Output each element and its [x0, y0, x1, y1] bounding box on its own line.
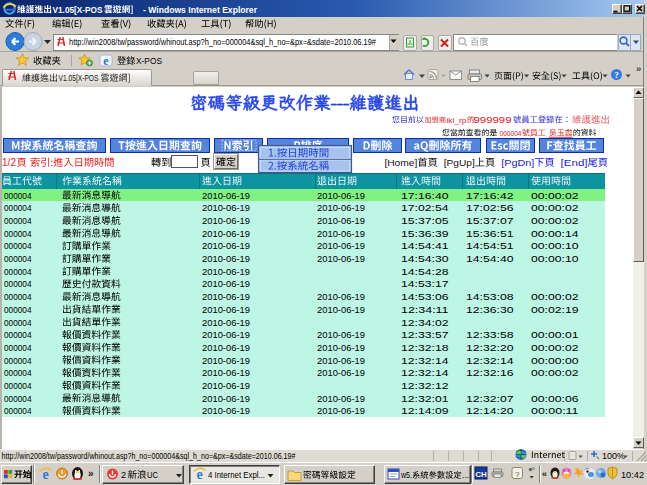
svg-text:X-POS: X-POS	[136, 56, 162, 66]
svg-text:V1.05[X-POS: V1.05[X-POS	[59, 73, 99, 83]
svg-text:2010-06-19: 2010-06-19	[202, 229, 250, 239]
svg-text:?: ?	[614, 70, 618, 80]
svg-text:12:32:20: 12:32:20	[466, 343, 514, 353]
svg-text:http://win2008/tw/password/whi: http://win2008/tw/password/whinout.asp?h…	[2, 452, 296, 461]
svg-text:[PgDn]: [PgDn]	[501, 157, 534, 168]
svg-text:15:36:39: 15:36:39	[401, 229, 449, 239]
svg-text:12:34:11: 12:34:11	[401, 305, 449, 315]
svg-text:2010-06-19: 2010-06-19	[202, 330, 250, 340]
svg-text:12:32:18: 12:32:18	[401, 343, 449, 353]
svg-text:12:32:14: 12:32:14	[466, 356, 514, 366]
svg-text:UC: UC	[147, 470, 158, 480]
svg-text:00:00:14: 00:00:14	[531, 229, 579, 239]
svg-text:2010-06-19: 2010-06-19	[317, 305, 365, 315]
svg-text:2010-06-19: 2010-06-19	[202, 368, 250, 378]
svg-text:14:54:41: 14:54:41	[401, 241, 449, 251]
svg-text:17:02:56: 17:02:56	[466, 203, 514, 213]
svg-text:2010-06-19: 2010-06-19	[202, 305, 250, 315]
svg-text:000004: 000004	[4, 305, 32, 315]
svg-text:14:53:06: 14:53:06	[401, 292, 449, 302]
svg-text:000004: 000004	[4, 356, 32, 366]
svg-text:00:00:06: 00:00:06	[531, 394, 579, 404]
svg-text:00:00:10: 00:00:10	[531, 254, 579, 264]
svg-text:e: e	[103, 54, 109, 68]
svg-text:12:32:16: 12:32:16	[466, 368, 514, 378]
svg-text:15:37:07: 15:37:07	[466, 216, 514, 226]
svg-text:00:02:19: 00:02:19	[531, 305, 579, 315]
svg-text:12:32:14: 12:32:14	[401, 368, 449, 378]
svg-text:2010-06-19: 2010-06-19	[317, 356, 365, 366]
svg-text:w5.: w5.	[400, 470, 412, 480]
svg-text:15:36:51: 15:36:51	[466, 229, 514, 239]
svg-text:000004: 000004	[4, 229, 32, 239]
svg-text:00:00:02: 00:00:02	[531, 216, 579, 226]
svg-text:2010-06-19: 2010-06-19	[202, 394, 250, 404]
svg-text:12:32:01: 12:32:01	[401, 394, 449, 404]
svg-text:000004: 000004	[4, 394, 32, 404]
svg-text:12:33:57: 12:33:57	[401, 330, 449, 340]
svg-text:000004: 000004	[4, 381, 32, 391]
svg-text:V1.05[X-POS: V1.05[X-POS	[53, 5, 103, 15]
svg-text:2010-06-19: 2010-06-19	[202, 279, 250, 289]
svg-text:12:32:12: 12:32:12	[401, 381, 449, 391]
svg-text:000004: 000004	[4, 368, 32, 378]
svg-text:00:00:02: 00:00:02	[531, 203, 579, 213]
svg-text:000004: 000004	[500, 129, 522, 138]
svg-text:2: 2	[121, 470, 126, 480]
svg-text:00:00:10: 00:00:10	[531, 241, 579, 251]
svg-text:12:32:07: 12:32:07	[466, 394, 514, 404]
svg-text:4 Internet Expl...: 4 Internet Expl...	[208, 470, 265, 480]
svg-text:2010-06-19: 2010-06-19	[317, 368, 365, 378]
svg-text:2010-06-19: 2010-06-19	[317, 229, 365, 239]
svg-text:2010-06-19: 2010-06-19	[202, 406, 250, 416]
svg-text:17:16:40: 17:16:40	[401, 191, 449, 201]
svg-text:100%: 100%	[602, 451, 625, 461]
svg-text:2010-06-19: 2010-06-19	[202, 241, 250, 251]
svg-text:[Home]: [Home]	[384, 157, 417, 168]
svg-text:000004: 000004	[4, 343, 32, 353]
svg-text:12:36:30: 12:36:30	[466, 305, 514, 315]
svg-text:14:54:28: 14:54:28	[401, 267, 449, 277]
svg-text:2010-06-19: 2010-06-19	[317, 203, 365, 213]
svg-text:2010-06-19: 2010-06-19	[202, 318, 250, 328]
svg-text:00:00:02: 00:00:02	[531, 191, 579, 201]
svg-text:000004: 000004	[4, 241, 32, 251]
svg-text:2010-06-19: 2010-06-19	[317, 406, 365, 416]
svg-text:000004: 000004	[4, 318, 32, 328]
svg-text:12:32:14: 12:32:14	[401, 356, 449, 366]
svg-text:2010-06-19: 2010-06-19	[317, 330, 365, 340]
svg-text:17:02:54: 17:02:54	[401, 203, 449, 213]
svg-text:000004: 000004	[4, 203, 32, 213]
svg-text:10:42: 10:42	[621, 470, 644, 480]
svg-text:14:53:08: 14:53:08	[466, 292, 514, 302]
svg-text:2010-06-19: 2010-06-19	[317, 216, 365, 226]
svg-text:2010-06-19: 2010-06-19	[202, 292, 250, 302]
svg-text:2010-06-19: 2010-06-19	[202, 254, 250, 264]
svg-text:2010-06-19: 2010-06-19	[202, 343, 250, 353]
svg-text:2010-06-19: 2010-06-19	[317, 254, 365, 264]
svg-text:000004: 000004	[4, 292, 32, 302]
svg-text:2010-06-19: 2010-06-19	[317, 343, 365, 353]
svg-text:12:14:09: 12:14:09	[401, 406, 449, 416]
svg-text:»: »	[88, 468, 94, 479]
svg-text:000004: 000004	[4, 216, 32, 226]
svg-text:15:37:05: 15:37:05	[401, 216, 449, 226]
svg-text:00:00:00: 00:00:00	[531, 356, 579, 366]
svg-text:2010-06-19: 2010-06-19	[202, 203, 250, 213]
svg-text:ikl_rp: ikl_rp	[447, 116, 468, 125]
svg-text:999999: 999999	[474, 115, 512, 125]
svg-text:00:00:11: 00:00:11	[531, 406, 579, 416]
svg-text:2010-06-19: 2010-06-19	[202, 267, 250, 277]
svg-text:2010-06-19: 2010-06-19	[202, 191, 250, 201]
svg-text:000004: 000004	[4, 406, 32, 416]
svg-text:12:14:20: 12:14:20	[466, 406, 514, 416]
svg-text:2010-06-19: 2010-06-19	[202, 216, 250, 226]
svg-text:14:54:51: 14:54:51	[466, 241, 514, 251]
svg-text:000004: 000004	[4, 279, 32, 289]
svg-text:2010-06-19: 2010-06-19	[317, 241, 365, 251]
svg-text:2010-06-19: 2010-06-19	[202, 381, 250, 391]
svg-text:000004: 000004	[4, 267, 32, 277]
svg-text:«: «	[542, 469, 547, 479]
svg-text:12:33:58: 12:33:58	[466, 330, 514, 340]
svg-text:?: ?	[515, 470, 520, 479]
